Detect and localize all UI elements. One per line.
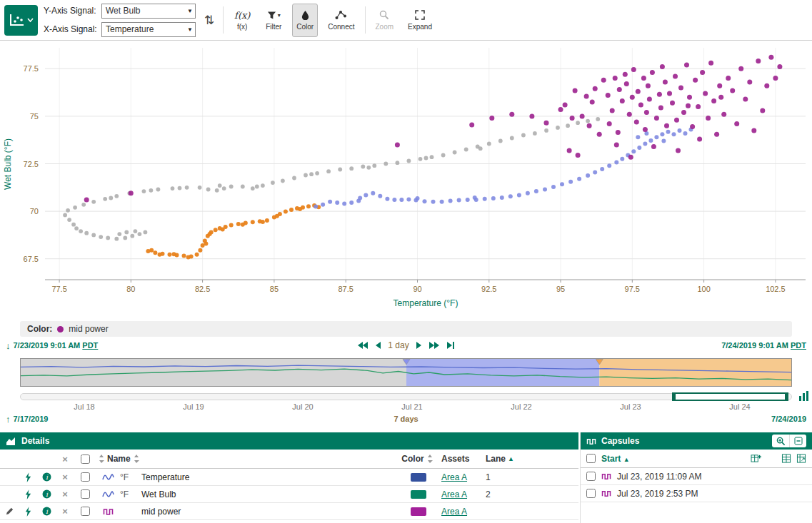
color-swatch[interactable] bbox=[411, 490, 426, 499]
autoupdate-bolt-icon[interactable] bbox=[24, 489, 32, 499]
time-axis-label: Jul 18 bbox=[74, 402, 94, 411]
range-end-date[interactable]: 7/24/2019 9:01 AM PDT bbox=[721, 341, 806, 350]
details-icon bbox=[6, 437, 16, 446]
filter-button[interactable]: ▾ Filter bbox=[261, 4, 286, 37]
export-table-button[interactable] bbox=[796, 454, 806, 463]
time-axis-label: Jul 23 bbox=[620, 402, 641, 411]
x-axis-signal-select[interactable]: Temperature ▼ bbox=[101, 22, 196, 37]
trend-preview-strip[interactable] bbox=[20, 358, 792, 387]
trend-preview-chart bbox=[21, 359, 791, 386]
connect-button[interactable]: Connect bbox=[324, 4, 359, 37]
collapse-panel-button[interactable] bbox=[789, 435, 806, 447]
asset-link[interactable]: Area A bbox=[441, 489, 467, 499]
remove-icon[interactable]: × bbox=[62, 507, 68, 516]
color-swatch[interactable] bbox=[411, 507, 426, 516]
add-column-button[interactable] bbox=[751, 454, 761, 463]
sort-type-icon[interactable] bbox=[99, 455, 104, 463]
signal-icon bbox=[102, 473, 114, 482]
capsules-panel: Capsules Start ▲ bbox=[580, 432, 812, 523]
sort-color-icon[interactable] bbox=[427, 455, 433, 463]
step-size-label[interactable]: 1 day bbox=[388, 340, 408, 350]
step-forward-fast-button[interactable] bbox=[428, 340, 440, 350]
toolbar-divider bbox=[365, 6, 366, 34]
connect-label: Connect bbox=[328, 23, 354, 31]
capsule-row[interactable]: Jul 23, 2019 11:09 AM bbox=[581, 468, 812, 485]
time-axis-label: Jul 19 bbox=[183, 402, 204, 411]
capsule-checkbox[interactable] bbox=[586, 489, 596, 498]
capsules-column-headers: Start ▲ bbox=[581, 450, 812, 468]
condition-icon bbox=[103, 507, 114, 516]
info-icon[interactable]: i bbox=[42, 489, 51, 499]
zoom-to-capsule-button[interactable] bbox=[772, 435, 789, 447]
details-row-wet-bulb[interactable]: i × °F Wet Bulb Area A 2 bbox=[0, 486, 578, 503]
svg-text:95: 95 bbox=[556, 285, 565, 293]
remove-icon[interactable]: × bbox=[62, 472, 68, 482]
remove-icon[interactable]: × bbox=[62, 489, 68, 499]
color-button[interactable]: Color bbox=[292, 4, 318, 37]
scatterplot-view-button[interactable] bbox=[4, 5, 38, 36]
expand-button[interactable]: Expand bbox=[404, 4, 436, 37]
scatter-plot[interactable]: 77.58082.58587.59092.59597.5100102.567.5… bbox=[0, 41, 812, 318]
info-icon[interactable]: i bbox=[42, 472, 51, 482]
legend-label: Color: bbox=[27, 324, 52, 334]
details-row-mid-power[interactable]: i × mid power Area A bbox=[0, 503, 578, 520]
display-range-row: ↓ 7/23/2019 9:01 AM PDT 1 day 7/24/2019 … bbox=[0, 337, 812, 354]
step-forward-button[interactable] bbox=[416, 340, 422, 350]
y-axis-signal-select[interactable]: Wet Bulb ▼ bbox=[101, 4, 196, 19]
autoupdate-bolt-icon[interactable] bbox=[24, 472, 32, 482]
info-icon[interactable]: i bbox=[42, 507, 51, 516]
step-to-end-button[interactable] bbox=[446, 340, 455, 350]
svg-text:92.5: 92.5 bbox=[481, 285, 496, 293]
lane-value: 2 bbox=[486, 489, 521, 499]
asset-link[interactable]: Area A bbox=[441, 472, 467, 482]
lane-column-header[interactable]: Lane bbox=[486, 454, 506, 464]
investigate-start-date[interactable]: 7/17/2019 bbox=[14, 415, 49, 423]
sort-asc-icon[interactable]: ▲ bbox=[508, 455, 514, 462]
table-view-button[interactable] bbox=[781, 454, 791, 463]
sort-name-icon[interactable] bbox=[134, 455, 139, 463]
color-column-header[interactable]: Color bbox=[401, 454, 423, 464]
capsule-row[interactable]: Jul 23, 2019 2:53 PM bbox=[581, 485, 812, 502]
svg-text:80: 80 bbox=[126, 285, 135, 293]
unit-label: °F bbox=[120, 472, 141, 482]
autoupdate-bolt-icon[interactable] bbox=[24, 507, 32, 517]
range-start-timezone[interactable]: PDT bbox=[82, 341, 98, 350]
magnifier-icon bbox=[379, 10, 389, 20]
range-end-timezone[interactable]: PDT bbox=[791, 341, 806, 350]
row-checkbox[interactable] bbox=[81, 472, 90, 482]
name-column-header[interactable]: Name bbox=[107, 454, 131, 464]
range-start-date[interactable]: 7/23/2019 9:01 AM PDT bbox=[14, 341, 99, 350]
details-panel-header: Details bbox=[0, 432, 578, 450]
capsules-panel-header: Capsules bbox=[581, 432, 812, 450]
row-checkbox[interactable] bbox=[81, 489, 90, 499]
details-row-temperature[interactable]: i × °F Temperature Area A 1 bbox=[0, 469, 578, 486]
fast-backward-icon bbox=[357, 341, 369, 350]
zoom-button[interactable]: Zoom bbox=[371, 4, 399, 37]
table-icon bbox=[781, 454, 791, 463]
remove-all-icon[interactable]: × bbox=[62, 455, 68, 464]
investigate-end-date[interactable]: 7/24/2019 bbox=[771, 415, 806, 423]
step-back-fast-button[interactable] bbox=[357, 340, 369, 350]
details-title: Details bbox=[21, 436, 49, 446]
select-all-checkbox[interactable] bbox=[81, 455, 90, 464]
display-range-selector[interactable] bbox=[672, 392, 788, 401]
color-swatch[interactable] bbox=[411, 473, 426, 482]
fx-tools-button[interactable]: f(x) f(x) bbox=[229, 4, 255, 37]
svg-text:87.5: 87.5 bbox=[338, 285, 353, 293]
range-start-arrow-icon[interactable]: ↓ bbox=[6, 340, 11, 351]
start-column-header[interactable]: Start ▲ bbox=[601, 454, 630, 464]
chevron-down-icon bbox=[27, 18, 34, 23]
row-checkbox[interactable] bbox=[81, 507, 90, 516]
filter-icon bbox=[267, 11, 276, 20]
axis-signal-selectors: Y-Axis Signal: Wet Bulb ▼ X-Axis Signal:… bbox=[44, 4, 196, 37]
edit-pencil-icon[interactable] bbox=[5, 507, 14, 516]
investigate-duration[interactable]: 7 days bbox=[394, 415, 418, 423]
toolbar-divider bbox=[223, 6, 224, 34]
select-all-capsules-checkbox[interactable] bbox=[586, 454, 596, 463]
investigate-start-arrow-icon[interactable]: ↑ bbox=[6, 414, 11, 425]
capsule-checkbox[interactable] bbox=[586, 472, 596, 481]
step-back-button[interactable] bbox=[375, 340, 381, 350]
assets-column-header[interactable]: Assets bbox=[441, 454, 469, 464]
swap-axes-button[interactable]: ⇅ bbox=[201, 11, 217, 29]
asset-link[interactable]: Area A bbox=[441, 507, 467, 517]
